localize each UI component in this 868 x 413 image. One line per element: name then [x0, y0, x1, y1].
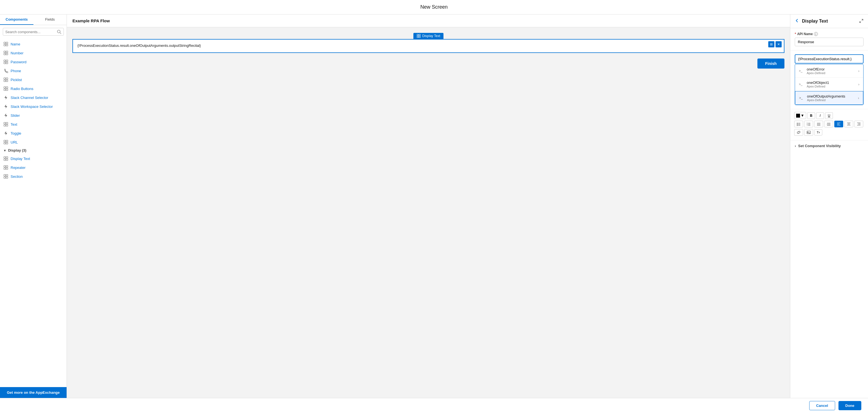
svg-rect-44 [4, 177, 6, 178]
svg-marker-24 [4, 113, 7, 117]
indent-increase-icon [827, 122, 831, 126]
search-input[interactable] [5, 30, 55, 34]
image-button[interactable] [804, 129, 813, 136]
indent-increase-button[interactable] [824, 121, 833, 127]
svg-rect-17 [6, 80, 8, 82]
formula-input[interactable] [795, 54, 864, 63]
svg-rect-48 [417, 36, 418, 38]
dropdown-item-oneOfObject1[interactable]: >_ oneOfObject1 Apex-Defined › [795, 78, 863, 91]
lightning-icon [3, 113, 8, 118]
panel-back-button[interactable] [795, 19, 799, 24]
link-button[interactable] [794, 129, 803, 136]
align-center-icon [847, 122, 851, 126]
grid-icon [3, 174, 8, 179]
component-label: Display Text [413, 33, 443, 39]
svg-rect-8 [4, 53, 6, 55]
svg-text:>_: >_ [799, 69, 803, 72]
svg-rect-45 [6, 177, 8, 178]
sidebar-item-password[interactable]: Password [0, 57, 67, 66]
align-left-icon [837, 122, 841, 126]
grid-icon [3, 41, 8, 47]
tab-fields[interactable]: Fields [33, 14, 67, 25]
sidebar-item-picklist[interactable]: Picklist [0, 75, 67, 84]
api-name-section: * API Name i [790, 28, 868, 51]
apex-icon: >_ [799, 68, 804, 73]
sidebar-item-slack-workspace[interactable]: Slack Workspace Selector [0, 102, 67, 111]
appexchange-footer[interactable]: Get more on the AppExchange [0, 387, 67, 398]
finish-button[interactable]: Finish [757, 59, 784, 68]
sidebar-item-slack-channel[interactable]: Slack Channel Selector [0, 93, 67, 102]
sidebar-item-text[interactable]: Text [0, 120, 67, 129]
svg-rect-27 [4, 124, 6, 126]
tab-components[interactable]: Components [0, 14, 33, 25]
color-dropdown-arrow: ▼ [801, 113, 804, 118]
svg-rect-38 [4, 166, 6, 167]
api-name-label: * API Name i [795, 32, 864, 36]
component-delete-btn[interactable]: ✕ [776, 41, 782, 48]
svg-rect-16 [4, 80, 6, 82]
bold-button[interactable]: B [807, 112, 815, 119]
api-name-input[interactable] [795, 38, 864, 46]
component-maximize-btn[interactable]: ⊞ [768, 41, 774, 48]
finish-btn-row: Finish [72, 56, 784, 71]
ordered-list-button[interactable]: 1.2.3. [804, 121, 813, 127]
align-right-button[interactable] [854, 121, 863, 127]
italic-button[interactable]: I [816, 112, 824, 119]
svg-rect-32 [4, 142, 6, 144]
dropdown-item-oneOfError[interactable]: >_ oneOfError Apex-Defined › [795, 64, 863, 78]
panel-expand-button[interactable] [859, 19, 864, 24]
align-center-button[interactable] [844, 121, 853, 127]
svg-marker-68 [817, 124, 817, 125]
done-button[interactable]: Done [838, 401, 862, 410]
sidebar-item-radio-buttons[interactable]: Radio Buttons [0, 84, 67, 93]
sidebar-item-display-text[interactable]: Display Text [0, 154, 67, 163]
svg-rect-31 [6, 140, 8, 142]
color-swatch [796, 114, 800, 118]
sidebar-item-url[interactable]: URL [0, 138, 67, 147]
align-left-button[interactable] [834, 121, 843, 127]
svg-rect-11 [6, 60, 8, 62]
grid-icon [3, 86, 8, 91]
grid-icon [3, 77, 8, 82]
apex-icon: >_ [799, 82, 804, 87]
link-icon [797, 130, 801, 134]
page-title: New Screen [420, 4, 448, 10]
chevron-right-icon: › [795, 144, 796, 148]
sidebar-item-section[interactable]: Section [0, 172, 67, 181]
visibility-header[interactable]: › Set Component Visibility [795, 144, 864, 148]
svg-rect-41 [6, 168, 8, 170]
sidebar-list: Name Number Password Phone [0, 38, 67, 387]
panel-title: Display Text [802, 19, 856, 24]
search-box [3, 28, 64, 36]
cancel-button[interactable]: Cancel [809, 401, 835, 410]
info-icon[interactable]: i [814, 32, 818, 36]
component-content[interactable]: {!ProcessExecutionStatus.result.oneOfOut… [72, 39, 784, 53]
svg-rect-21 [6, 89, 8, 91]
unordered-list-button[interactable] [794, 121, 803, 127]
dropdown-item-oneOfOutputArguments[interactable]: >_ oneOfOutputArguments Apex-Defined › [795, 91, 863, 105]
grid-icon [3, 140, 8, 145]
svg-rect-12 [4, 62, 6, 64]
chevron-right-icon: › [858, 83, 859, 86]
svg-rect-47 [419, 34, 420, 36]
sidebar-item-name[interactable]: Name [0, 39, 67, 49]
sidebar-item-phone[interactable]: Phone [0, 66, 67, 75]
main-layout: Components Fields Name Number [0, 14, 868, 398]
clear-format-button[interactable]: Tx [814, 129, 822, 136]
svg-rect-14 [4, 78, 6, 80]
svg-rect-6 [4, 51, 6, 53]
grid-icon [3, 156, 8, 161]
sidebar-item-slider[interactable]: Slider [0, 111, 67, 120]
svg-marker-23 [4, 105, 7, 109]
underline-button[interactable]: U [825, 112, 833, 119]
text-color-button[interactable]: ▼ [794, 112, 806, 119]
svg-rect-49 [419, 36, 420, 38]
sidebar-item-repeater[interactable]: Repeater [0, 163, 67, 172]
lightning-icon [3, 131, 8, 136]
display-group-header[interactable]: ▼ Display (3) [0, 147, 67, 154]
grid-icon [3, 165, 8, 170]
sidebar-item-toggle[interactable]: Toggle [0, 129, 67, 138]
indent-decrease-button[interactable] [814, 121, 823, 127]
svg-rect-18 [4, 87, 6, 88]
sidebar-item-number[interactable]: Number [0, 49, 67, 57]
